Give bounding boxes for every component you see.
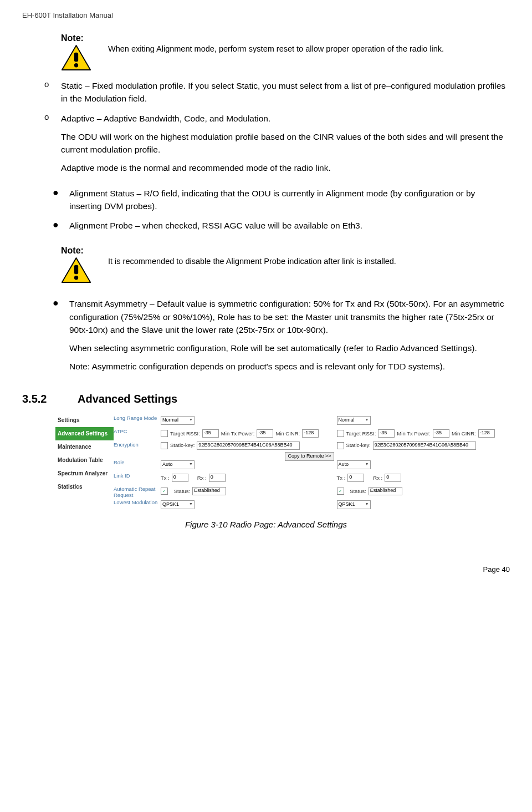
document-header: EH-600T Installation Manual	[22, 11, 510, 19]
list-marker: o	[44, 112, 61, 180]
note-text: When exiting Alignment mode, perform sys…	[108, 33, 444, 54]
section-number: 3.5.2	[22, 393, 78, 405]
target-rssi-input[interactable]: -35	[378, 429, 395, 438]
figure-caption: Figure 3-10 Radio Page: Advanced Setting…	[22, 520, 510, 529]
note-label: Note:	[61, 246, 108, 256]
list-text: Transmit Asymmetry – Default value is sy…	[69, 297, 510, 378]
atpc-checkbox[interactable]	[337, 430, 344, 437]
static-key-input[interactable]: 92E3C28020570998E74B41C06A58BB40	[373, 441, 476, 450]
warning-icon	[61, 257, 91, 283]
encryption-checkbox[interactable]	[337, 442, 344, 449]
note-block: Note: When exiting Alignment mode, perfo…	[61, 33, 510, 71]
note-block: Note: It is recommended to disable the A…	[61, 246, 510, 283]
note-text: It is recommended to disable the Alignme…	[108, 246, 396, 267]
list-marker: o	[44, 79, 61, 105]
sub-list: o Static – Fixed modulation profile. If …	[44, 79, 510, 180]
min-cinr-input[interactable]: -128	[302, 429, 319, 438]
sidebar-item-settings[interactable]: Settings	[55, 414, 114, 427]
sidebar-item-maintenance[interactable]: Maintenance	[55, 440, 114, 454]
lowest-mod-select[interactable]: QPSK1	[337, 500, 371, 509]
figure-remote-column: Normal Target RSSI:-35 Min Tx Power:-35 …	[334, 414, 510, 511]
atpc-checkbox[interactable]	[161, 430, 168, 437]
long-range-select[interactable]: Normal	[161, 416, 195, 425]
long-range-select[interactable]: Normal	[337, 416, 371, 425]
sidebar-item-spectrum-analyzer[interactable]: Spectrum Analyzer	[55, 467, 114, 480]
arq-status: Established	[369, 487, 402, 495]
list-text: Adaptive – Adaptive Bandwidth, Code, and…	[61, 112, 510, 180]
min-tx-power-input[interactable]: -35	[257, 429, 273, 438]
sidebar-item-statistics[interactable]: Statistics	[55, 480, 114, 494]
arq-status: Established	[192, 487, 226, 495]
svg-rect-4	[74, 265, 78, 275]
section-title: Advanced Settings	[78, 393, 177, 405]
encryption-checkbox[interactable]	[161, 442, 168, 449]
warning-icon	[61, 44, 91, 71]
figure-row-labels: Long Range Mode ATPC Encryption Role Lin…	[114, 414, 158, 511]
note-label: Note:	[61, 33, 108, 43]
list-text: Static – Fixed modulation profile. If yo…	[61, 79, 510, 105]
sidebar-item-modulation-table[interactable]: Modulation Table	[55, 454, 114, 467]
figure-screenshot: Settings Advanced Settings Maintenance M…	[55, 414, 510, 511]
svg-point-2	[74, 63, 78, 67]
static-key-input[interactable]: 92E3C28020570998E74B41C06A58BB40	[197, 441, 300, 450]
target-rssi-input[interactable]: -35	[202, 429, 219, 438]
arq-checkbox[interactable]: ✓	[337, 488, 344, 495]
min-cinr-input[interactable]: -128	[478, 429, 495, 438]
list-text: Alignment Probe – when checked, RSSI AGC…	[69, 219, 362, 232]
arq-checkbox[interactable]: ✓	[161, 488, 168, 495]
lowest-mod-select[interactable]: QPSK1	[161, 500, 195, 509]
bullet-list: ● Transmit Asymmetry – Default value is …	[53, 297, 510, 378]
list-marker: ●	[53, 219, 69, 232]
figure-sidebar: Settings Advanced Settings Maintenance M…	[55, 414, 114, 511]
link-rx-input[interactable]: 0	[385, 474, 401, 482]
section-heading: 3.5.2 Advanced Settings	[22, 393, 510, 405]
svg-point-5	[74, 276, 78, 280]
list-marker: ●	[53, 187, 69, 213]
svg-rect-1	[74, 53, 78, 62]
copy-to-remote-button[interactable]: Copy to Remote >>	[285, 452, 334, 461]
link-tx-input[interactable]: 0	[172, 474, 188, 482]
role-select[interactable]: Auto	[161, 460, 195, 469]
role-select[interactable]: Auto	[337, 460, 371, 469]
min-tx-power-input[interactable]: -35	[433, 429, 449, 438]
figure-local-column: Normal Target RSSI:-35 Min Tx Power:-35 …	[158, 414, 334, 511]
list-marker: ●	[53, 297, 69, 378]
link-tx-input[interactable]: 0	[347, 474, 364, 482]
page-footer: Page 40	[0, 543, 532, 582]
bullet-list: ● Alignment Status – R/O field, indicati…	[53, 187, 510, 232]
sidebar-item-advanced-settings[interactable]: Advanced Settings	[55, 427, 114, 440]
link-rx-input[interactable]: 0	[209, 474, 226, 482]
list-text: Alignment Status – R/O field, indicating…	[69, 187, 510, 213]
